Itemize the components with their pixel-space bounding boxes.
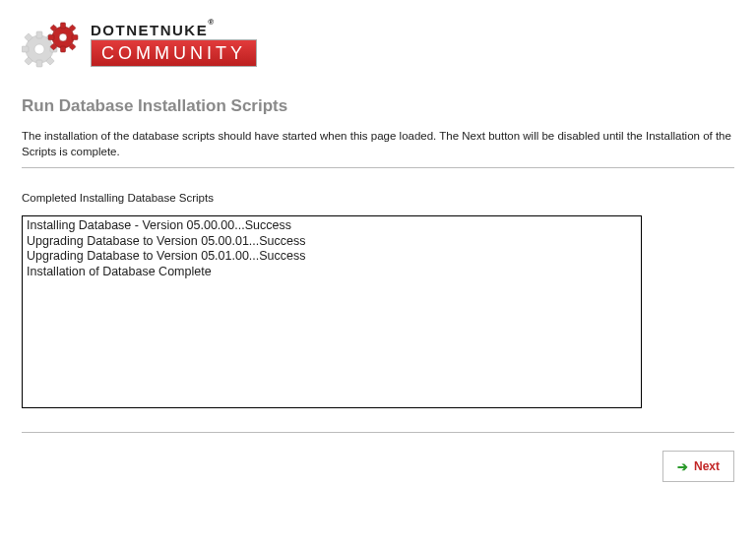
svg-rect-12 <box>61 46 66 52</box>
status-label: Completed Installing Database Scripts <box>22 192 734 204</box>
intro-text: The installation of the database scripts… <box>22 128 734 159</box>
arrow-right-icon: ➔ <box>677 460 688 473</box>
svg-rect-1 <box>36 31 42 38</box>
installation-log: Installing Database - Version 05.00.00..… <box>22 215 642 408</box>
button-row: ➔ Next <box>0 433 756 482</box>
logo-area: DOTNETNUKE® COMMUNITY <box>22 20 734 69</box>
svg-rect-11 <box>61 23 66 29</box>
svg-point-9 <box>34 44 44 54</box>
svg-point-19 <box>59 33 67 41</box>
next-button[interactable]: ➔ Next <box>662 451 734 482</box>
svg-rect-14 <box>72 35 78 40</box>
registered-mark: ® <box>208 18 215 27</box>
divider-top <box>22 167 734 168</box>
installer-page: DOTNETNUKE® COMMUNITY Run Database Insta… <box>0 0 756 433</box>
svg-rect-13 <box>48 35 54 40</box>
svg-rect-2 <box>36 60 42 67</box>
community-label: COMMUNITY <box>91 39 257 67</box>
brand-text: DOTNETNUKE® COMMUNITY <box>91 23 257 67</box>
svg-rect-3 <box>22 46 29 52</box>
brand-name: DOTNETNUKE® <box>91 23 257 37</box>
next-button-label: Next <box>694 459 720 473</box>
page-title: Run Database Installation Scripts <box>22 96 734 116</box>
brand-name-text: DOTNETNUKE <box>91 22 208 38</box>
gears-icon <box>22 20 83 69</box>
